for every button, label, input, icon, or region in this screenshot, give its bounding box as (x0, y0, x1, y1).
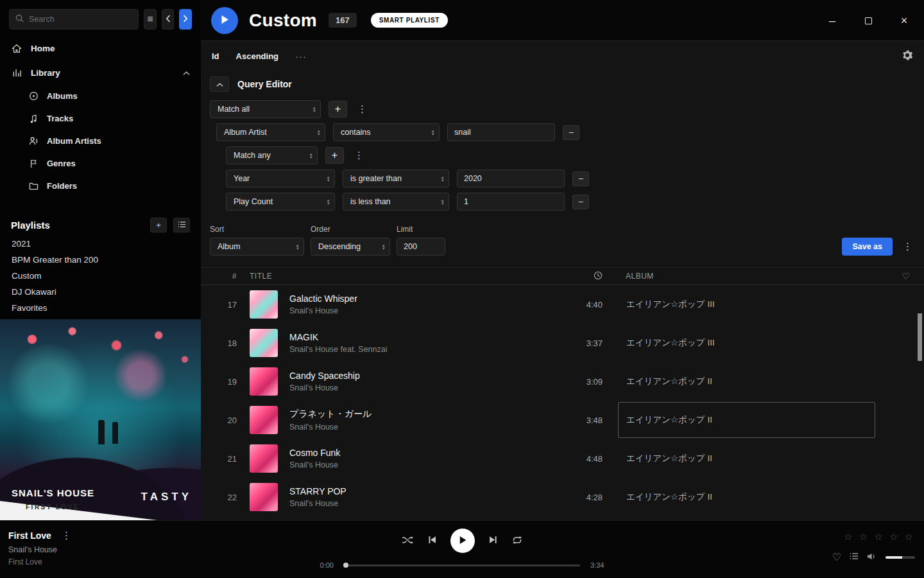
playlist-item-dj-okawari[interactable]: DJ Okawari (0, 284, 201, 300)
add-group-rule-button[interactable]: + (325, 147, 344, 164)
track-album[interactable]: エイリアン☆ポップ II (618, 363, 875, 399)
repeat-button[interactable] (511, 536, 523, 547)
playlist-list-button[interactable] (173, 218, 190, 232)
remove-rule-button[interactable]: − (563, 125, 579, 140)
table-row[interactable]: 17 Galactic Whisper Snail's House 4:40 エ… (201, 285, 924, 324)
sort-field-button[interactable]: Id (212, 51, 219, 61)
rule-field-select[interactable]: Year ▴▾ (226, 170, 335, 188)
sidebar-item-tracks[interactable]: Tracks (0, 107, 201, 130)
close-button[interactable]: × (897, 13, 911, 28)
sort-select[interactable]: Album ▴▾ (210, 238, 304, 256)
rule-value-input[interactable] (447, 123, 555, 141)
remove-rule-button[interactable]: − (572, 195, 589, 209)
add-playlist-button[interactable]: + (150, 218, 167, 232)
root-rule-menu-button[interactable]: ⋮ (355, 103, 370, 115)
track-album-focused[interactable]: エイリアン☆ポップ II (618, 402, 875, 438)
maximize-icon (865, 17, 872, 24)
now-playing-menu-button[interactable]: ⋮ (59, 530, 74, 541)
remove-rule-button[interactable]: − (572, 171, 589, 186)
rule-field-select[interactable]: Play Count ▴▾ (226, 193, 335, 211)
table-row[interactable]: 22 STARRY POP Snail's House 4:28 エイリアン☆ポ… (201, 478, 924, 516)
track-album[interactable]: エイリアン☆ポップ II (618, 441, 875, 477)
scrollbar-thumb[interactable] (918, 313, 922, 361)
maximize-button[interactable] (861, 13, 875, 28)
favorite-button[interactable]: ♡ (832, 551, 841, 563)
limit-input[interactable] (397, 238, 445, 256)
group-rule-menu-button[interactable]: ⋮ (352, 150, 366, 161)
table-header: # TITLE ALBUM ♡ (201, 267, 924, 285)
limit-label: Limit (397, 225, 445, 234)
rule-value-input[interactable] (457, 193, 565, 211)
play-pause-button[interactable] (450, 529, 475, 553)
more-options-button[interactable]: ··· (295, 51, 307, 62)
playlist-item-favorites[interactable]: Favorites (0, 300, 201, 316)
sidebar-item-albums[interactable]: Albums (0, 85, 201, 107)
now-playing-title: First Love (8, 530, 51, 541)
shuffle-button[interactable] (402, 536, 414, 547)
chevron-up-icon[interactable] (183, 68, 190, 78)
chevron-up-icon (216, 80, 223, 89)
column-album[interactable]: ALBUM (608, 272, 888, 281)
sidebar-item-label: Tracks (47, 114, 73, 123)
select-stepper-icon: ▴▾ (431, 129, 434, 136)
now-playing-info: First Love ⋮ Snail's House First Love (8, 530, 201, 566)
minimize-button[interactable]: – (825, 13, 839, 28)
table-row[interactable]: 18 MAGIK Snail's House feat. Sennzai 3:3… (201, 324, 924, 362)
sidebar-item-genres[interactable]: Genres (0, 152, 201, 175)
track-album[interactable]: エイリアン☆ポップ III (618, 286, 875, 322)
sidebar-item-album-artists[interactable]: Album Artists (0, 130, 201, 152)
column-favorite[interactable]: ♡ (888, 271, 924, 281)
save-menu-button[interactable]: ⋮ (900, 241, 915, 252)
root-match-select[interactable]: Match all ▴▾ (210, 100, 321, 118)
group-match-select[interactable]: Match any ▴▾ (226, 146, 318, 164)
forward-button[interactable] (179, 9, 192, 30)
now-playing-artwork[interactable]: SNAIL'S HOUSE FIRST LOVE TASTY (0, 319, 201, 520)
rule-operator-select[interactable]: is less than ▴▾ (343, 193, 449, 211)
sidebar-item-home[interactable]: Home (0, 36, 201, 60)
table-row[interactable]: 19 Candy Spaceship Snail's House 3:09 エイ… (201, 362, 924, 401)
rule-value-input[interactable] (457, 170, 565, 188)
sidebar-item-library[interactable]: Library (0, 60, 201, 85)
rule-field-select[interactable]: Album Artist ▴▾ (216, 123, 325, 141)
save-as-button[interactable]: Save as (842, 238, 893, 256)
sort-direction-button[interactable]: Ascending (236, 51, 278, 61)
seek-bar[interactable] (344, 565, 580, 566)
table-row[interactable]: 21 Cosmo Funk Snail's House 4:48 エイリアン☆ポ… (201, 439, 924, 478)
track-duration: 3:37 (556, 338, 608, 348)
rating-stars[interactable]: ☆ ☆ ☆ ☆ ☆ (844, 531, 915, 543)
playlist-item-custom[interactable]: Custom (0, 268, 201, 284)
next-button[interactable] (489, 536, 497, 546)
menu-button[interactable]: ≡ (144, 9, 157, 30)
column-number[interactable]: # (201, 272, 242, 281)
rule-operator-select[interactable]: is greater than ▴▾ (343, 170, 449, 188)
column-duration[interactable] (556, 271, 608, 282)
queue-button[interactable] (850, 552, 859, 562)
select-stepper-icon: ▴▾ (296, 243, 298, 250)
settings-button[interactable] (902, 49, 913, 63)
search-box[interactable] (9, 9, 139, 30)
track-thumbnail (250, 290, 278, 319)
minus-icon: − (578, 197, 583, 207)
collapse-query-editor-button[interactable] (210, 76, 229, 92)
volume-icon[interactable] (867, 552, 877, 563)
select-value: Play Count (234, 197, 273, 206)
track-album[interactable]: エイリアン☆ポップ II (618, 479, 875, 515)
window-controls: – × (825, 0, 911, 41)
add-rule-button[interactable]: + (329, 101, 347, 118)
order-select[interactable]: Descending ▴▾ (311, 238, 390, 256)
playlist-item-2021[interactable]: 2021 (0, 236, 201, 252)
volume-slider[interactable] (886, 556, 915, 559)
back-button[interactable] (162, 9, 175, 30)
seek-knob[interactable] (343, 563, 348, 568)
table-row[interactable]: 20 プラネット・ガール Snail's House 3:48 エイリアン☆ポッ… (201, 401, 924, 439)
track-title: プラネット・ガール (289, 408, 372, 420)
play-playlist-button[interactable] (211, 7, 238, 34)
previous-button[interactable] (428, 536, 436, 546)
search-input[interactable] (29, 15, 132, 24)
track-album[interactable]: エイリアン☆ポップ III (618, 325, 875, 361)
sidebar-item-folders[interactable]: Folders (0, 175, 201, 197)
column-title[interactable]: TITLE (242, 272, 556, 281)
sort-order-limit-row: Sort Album ▴▾ Order Descending ▴▾ Limit (210, 225, 915, 256)
playlist-item-bpm[interactable]: BPM Greater than 200 (0, 252, 201, 268)
rule-operator-select[interactable]: contains ▴▾ (333, 123, 440, 141)
